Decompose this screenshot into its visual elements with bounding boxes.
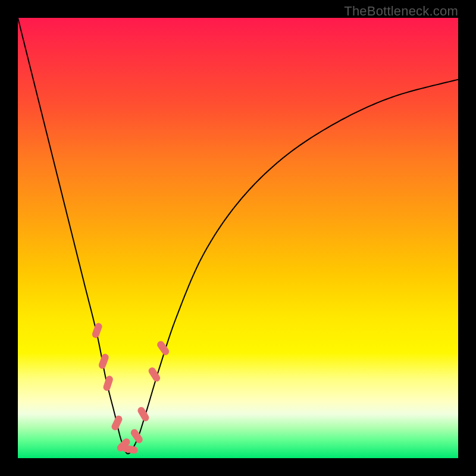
marker-pill bbox=[91, 322, 103, 339]
marker-pill bbox=[102, 375, 114, 392]
bottleneck-curve bbox=[18, 18, 458, 454]
marker-pill bbox=[136, 406, 150, 423]
attribution-label: TheBottleneck.com bbox=[344, 4, 458, 19]
chart-frame: TheBottleneck.com bbox=[0, 0, 476, 476]
marker-pill bbox=[122, 444, 139, 454]
chart-svg bbox=[18, 18, 458, 458]
marker-pill bbox=[129, 428, 144, 444]
marker-pill bbox=[111, 414, 124, 431]
chart-plot-area bbox=[18, 18, 458, 458]
highlight-markers bbox=[91, 322, 170, 454]
marker-pill bbox=[156, 340, 171, 356]
marker-pill bbox=[98, 353, 109, 370]
